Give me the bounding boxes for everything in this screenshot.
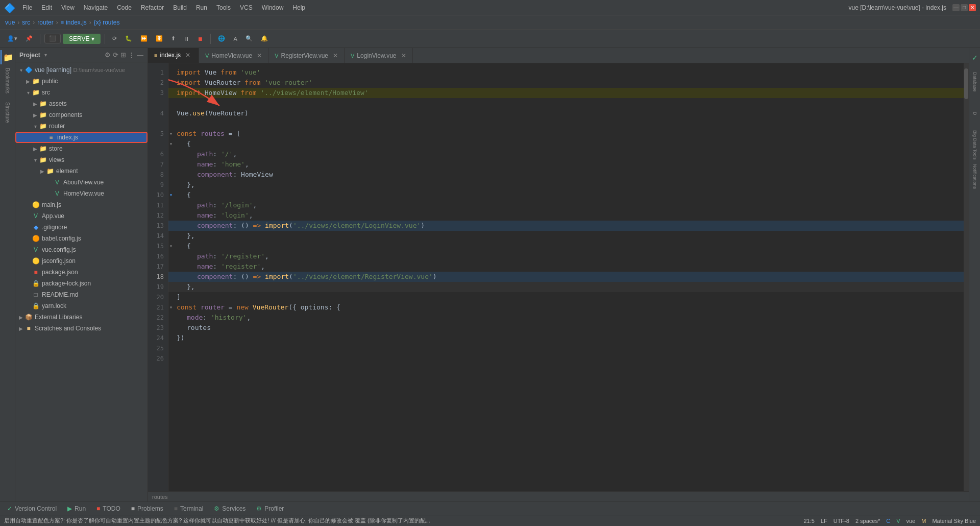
tab-loginview[interactable]: V LoginView.vue ✕ [345,48,413,63]
tree-item-package-lock[interactable]: ▶ 🔒 package-lock.json [15,278,148,289]
bookmarks-tab[interactable]: Bookmarks [1,65,15,96]
bottom-tab-terminal[interactable]: ■ Terminal [169,502,209,515]
tree-item-vue-config[interactable]: ▶ V vue.config.js [15,244,148,255]
tab-homeview-close[interactable]: ✕ [257,52,262,59]
tab-index-js-close[interactable]: ✕ [185,52,190,59]
menu-window[interactable]: Window [258,3,288,12]
structure-tab[interactable]: Structure [1,97,15,128]
rs-d[interactable]: D [970,98,980,129]
stop-icon[interactable]: ⏹ [194,34,206,43]
pause-icon[interactable]: ⏸ [181,34,192,43]
menu-run[interactable]: Run [192,3,211,12]
window-controls[interactable]: — □ ✕ [952,4,976,11]
bottom-tab-version-control[interactable]: ✓ Version Control [2,502,62,515]
tree-item-babel[interactable]: ▶ 🟠 babel.config.js [15,233,148,244]
sidebar-sync-icon[interactable]: ⟳ [113,51,118,59]
menu-build[interactable]: Build [169,3,191,12]
maximize-button[interactable]: □ [961,4,968,11]
user-icon[interactable]: 👤▾ [4,34,20,43]
tree-item-scratches[interactable]: ▶ ■ Scratches and Consoles [15,323,148,334]
breadcrumb-indexjs[interactable]: index.js [66,19,87,26]
status-position[interactable]: 21:5 [803,518,814,524]
fold-icon3[interactable]: ▾ [169,241,173,251]
material-icon[interactable]: M [921,518,926,524]
step-into-icon[interactable]: ⏬ [153,34,166,43]
sidebar-dropdown[interactable]: ▾ [44,52,47,58]
status-lang[interactable]: vue [906,518,915,524]
refresh-button[interactable]: ⟳ [109,34,120,43]
tree-item-element[interactable]: ▶ 📁 element [15,165,148,177]
menu-edit[interactable]: Edit [37,3,56,12]
close-button[interactable]: ✕ [969,4,976,11]
serve-button[interactable]: SERVE ▾ [63,34,101,44]
browser-icon[interactable]: 🌐 [215,34,228,43]
tab-registerview-close[interactable]: ✕ [333,52,338,59]
step-over-icon[interactable]: ⏩ [137,34,151,43]
bottom-tab-todo[interactable]: ■ TODO [91,502,126,515]
scrollbar-thumb[interactable] [964,68,968,99]
serve-dropdown-icon[interactable]: ▾ [91,35,94,42]
sidebar-settings-icon[interactable]: ⚙ [105,51,111,59]
translate-icon[interactable]: A [230,34,240,43]
menu-code[interactable]: Code [113,3,136,12]
code-content[interactable]: import Vue from 'vue' import VueRouter f… [168,63,969,491]
notification-icon[interactable]: 🔔 [258,34,271,43]
tree-item-app-vue[interactable]: ▶ V App.vue [15,210,148,222]
debug-icon[interactable]: 🐛 [122,34,135,43]
bottom-tab-profiler[interactable]: ⚙ Profiler [251,502,289,515]
menu-help[interactable]: Help [288,3,309,12]
tree-item-yarn-lock[interactable]: ▶ 🔒 yarn.lock [15,300,148,312]
tree-item-jsconfig[interactable]: ▶ 🟡 jsconfig.json [15,255,148,267]
tree-item-package-json[interactable]: ▶ ■ package.json [15,267,148,278]
fold-icon[interactable]: ▾ [169,129,173,139]
tree-item-gitignore[interactable]: ▶ ◆ .gitignore [15,222,148,233]
tree-item-src[interactable]: ▾ 📁 src [15,87,148,98]
tree-item-readme[interactable]: ▶ □ README.md [15,289,148,300]
tree-item-assets[interactable]: ▶ 📁 assets [15,98,148,109]
rs-database[interactable]: Database [970,66,980,97]
menu-view[interactable]: View [57,3,79,12]
menu-vcs[interactable]: VCS [236,3,257,12]
status-encoding[interactable]: UTF-8 [834,518,849,524]
project-tab[interactable]: 📁 [1,50,15,64]
tab-registerview[interactable]: V RegisterView.vue ✕ [268,48,345,63]
bottom-tab-services[interactable]: ⚙ Services [209,502,251,515]
fold-icon2[interactable]: ▾ [169,139,173,149]
tree-item-views[interactable]: ▾ 📁 views [15,154,148,165]
menu-tools[interactable]: Tools [212,3,235,12]
sidebar-expand-icon[interactable]: ⊞ [120,51,126,59]
breadcrumb-routes[interactable]: {x} routes [94,19,120,26]
tab-index-js[interactable]: ≡ index.js ✕ [148,48,199,63]
rs-bigdata[interactable]: Big Data Tools [970,130,980,160]
tab-homeview[interactable]: V HomeView.vue ✕ [199,48,268,63]
breadcrumb-router[interactable]: router [37,19,53,26]
tree-item-vue-root[interactable]: ▾ 🔷 vue [learning] D:\learn\vue-vue\vue [15,64,148,76]
bottom-tab-run[interactable]: ▶ Run [62,502,91,515]
tree-item-public[interactable]: ▶ 📁 public [15,76,148,87]
sidebar-close-icon[interactable]: — [137,51,143,59]
search-icon[interactable]: 🔍 [242,34,256,43]
tree-item-components[interactable]: ▶ 📁 components [15,109,148,121]
menu-bar[interactable]: File Edit View Navigate Code Refactor Bu… [18,3,309,12]
step-out-icon[interactable]: ⬆ [168,34,179,43]
fold-icon4[interactable]: ▾ [169,302,173,313]
breadcrumb-vue[interactable]: vue [5,19,15,26]
vue-icon[interactable]: V [896,518,900,524]
tree-item-store[interactable]: ▶ 📁 store [15,143,148,154]
tree-item-index-js[interactable]: ▶ ≡ index.js [15,132,148,143]
tree-item-main-js[interactable]: ▶ 🟡 main.js [15,199,148,210]
scrollbar-track[interactable] [964,63,969,491]
sidebar-more-icon[interactable]: ⋮ [128,51,135,59]
bottom-tab-problems[interactable]: ■ Problems [126,502,169,515]
minimize-button[interactable]: — [952,4,960,11]
rs-check-icon[interactable]: ✓ [972,50,978,65]
status-line-ending[interactable]: LF [821,518,827,524]
menu-file[interactable]: File [18,3,36,12]
pin-icon[interactable]: 📌 [22,34,36,43]
tree-item-homeview[interactable]: ▶ V HomeView.vue [15,188,148,199]
tree-item-aboutview[interactable]: ▶ V AboutView.vue [15,177,148,188]
status-indent[interactable]: 2 spaces* [855,518,880,524]
tab-loginview-close[interactable]: ✕ [401,52,406,59]
code-editor[interactable]: 1 2 3 4 5 6 7 8 9 10 11 12 13 14 15 16 1… [148,63,969,491]
tree-item-router[interactable]: ▾ 📁 router [15,121,148,132]
